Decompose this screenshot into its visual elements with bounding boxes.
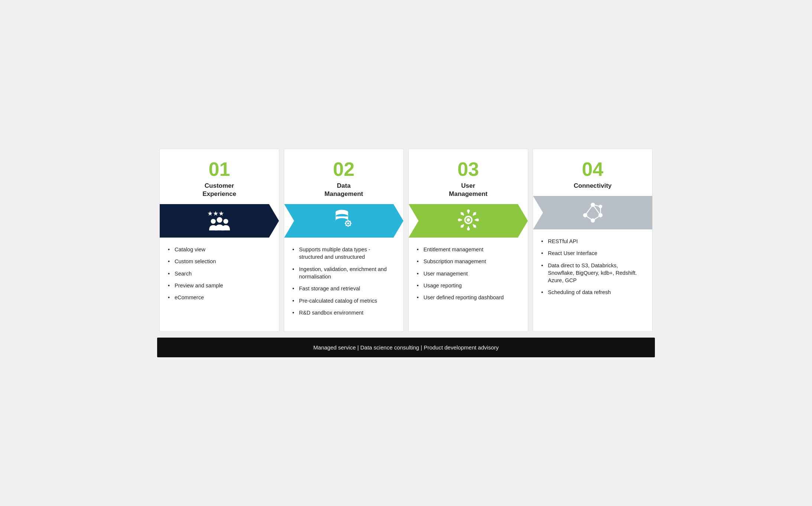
card-4-number: 04 bbox=[540, 159, 645, 179]
card-2-body: Supports multiple data types - structure… bbox=[284, 238, 403, 331]
list-item: Ingestion, validation, enrichment and no… bbox=[292, 265, 395, 281]
list-item: Subscription management bbox=[417, 258, 520, 265]
svg-point-38 bbox=[473, 212, 476, 215]
list-item: Scheduling of data refresh bbox=[541, 289, 644, 296]
card-1-number: 01 bbox=[167, 159, 272, 179]
svg-point-4 bbox=[223, 219, 228, 224]
list-item: React User Interface bbox=[541, 249, 644, 257]
footer-bar: Managed service | Data science consultin… bbox=[157, 338, 655, 357]
card-1-list: Catalog view Custom selection Search Pre… bbox=[168, 246, 271, 301]
card-3-list: Entitlement management Subscription mana… bbox=[417, 246, 520, 301]
svg-line-19 bbox=[350, 221, 350, 222]
card-3-number: 03 bbox=[416, 159, 520, 179]
cards-header-row: 01 CustomerExperience ★★★ bbox=[157, 149, 655, 332]
svg-point-23 bbox=[467, 218, 470, 222]
svg-point-35 bbox=[476, 219, 479, 222]
svg-point-39 bbox=[461, 225, 464, 228]
svg-point-2 bbox=[211, 219, 215, 224]
svg-point-3 bbox=[217, 217, 222, 223]
card-1-title: CustomerExperience bbox=[167, 182, 272, 198]
card-customer-experience: 01 CustomerExperience ★★★ bbox=[159, 149, 279, 332]
svg-point-36 bbox=[461, 212, 464, 215]
card-2-banner bbox=[284, 204, 403, 238]
database-icon bbox=[330, 206, 358, 234]
card-2-list: Supports multiple data types - structure… bbox=[292, 246, 395, 316]
svg-line-18 bbox=[350, 225, 350, 226]
card-3-header: 03 UserManagement bbox=[409, 149, 528, 204]
card-3-banner bbox=[409, 204, 528, 238]
svg-point-33 bbox=[467, 228, 470, 231]
card-4-list: RESTful API React User Interface Data di… bbox=[541, 238, 644, 296]
card-2-number: 02 bbox=[292, 159, 396, 179]
card-1-header: 01 CustomerExperience bbox=[160, 149, 279, 204]
page-wrapper: 01 CustomerExperience ★★★ bbox=[146, 141, 666, 365]
list-item: RESTful API bbox=[541, 238, 644, 245]
list-item: Preview and sample bbox=[168, 282, 271, 289]
card-3-body: Entitlement management Subscription mana… bbox=[409, 238, 528, 331]
list-item: Entitlement management bbox=[417, 246, 520, 253]
card-connectivity: 04 Connectivity bbox=[533, 149, 653, 332]
list-item: Fast storage and retrieval bbox=[292, 285, 395, 292]
list-item: Supports multiple data types - structure… bbox=[292, 246, 395, 261]
svg-line-49 bbox=[593, 215, 601, 220]
main-container: 01 CustomerExperience ★★★ bbox=[146, 141, 666, 365]
card-3-title: UserManagement bbox=[416, 182, 520, 198]
list-item: eCommerce bbox=[168, 294, 271, 301]
people-star-icon: ★★★ bbox=[205, 206, 233, 234]
svg-point-37 bbox=[473, 225, 476, 228]
list-item: Pre-calculated catalog of metrics bbox=[292, 297, 395, 304]
card-data-management: 02 DataManagement bbox=[284, 149, 404, 332]
card-2-title: DataManagement bbox=[292, 182, 396, 198]
svg-line-48 bbox=[585, 215, 593, 220]
footer-text: Managed service | Data science consultin… bbox=[314, 344, 499, 351]
list-item: R&D sandbox environment bbox=[292, 309, 395, 316]
card-user-management: 03 UserManagement bbox=[408, 149, 528, 332]
svg-point-32 bbox=[467, 209, 470, 212]
list-item: Search bbox=[168, 270, 271, 277]
list-item: Data direct to S3, Databricks, Snowflake… bbox=[541, 262, 644, 284]
list-item: Usage reporting bbox=[417, 282, 520, 289]
list-item: Catalog view bbox=[168, 246, 271, 253]
card-2-header: 02 DataManagement bbox=[284, 149, 403, 204]
card-4-title: Connectivity bbox=[540, 182, 645, 190]
svg-line-20 bbox=[345, 225, 346, 226]
settings-gear-icon bbox=[454, 206, 482, 234]
svg-text:★★★: ★★★ bbox=[207, 210, 224, 217]
svg-line-46 bbox=[585, 205, 593, 215]
svg-point-12 bbox=[347, 222, 349, 224]
list-item: User defined reporting dashboard bbox=[417, 294, 520, 301]
list-item: Custom selection bbox=[168, 258, 271, 265]
card-1-banner: ★★★ bbox=[160, 204, 279, 238]
card-4-body: RESTful API React User Interface Data di… bbox=[533, 229, 652, 331]
network-icon bbox=[579, 198, 607, 226]
svg-line-17 bbox=[345, 221, 346, 222]
list-item: User management bbox=[417, 270, 520, 277]
svg-point-34 bbox=[458, 219, 461, 222]
card-4-header: 04 Connectivity bbox=[533, 149, 652, 196]
card-4-banner bbox=[533, 196, 652, 229]
card-1-body: Catalog view Custom selection Search Pre… bbox=[160, 238, 279, 331]
